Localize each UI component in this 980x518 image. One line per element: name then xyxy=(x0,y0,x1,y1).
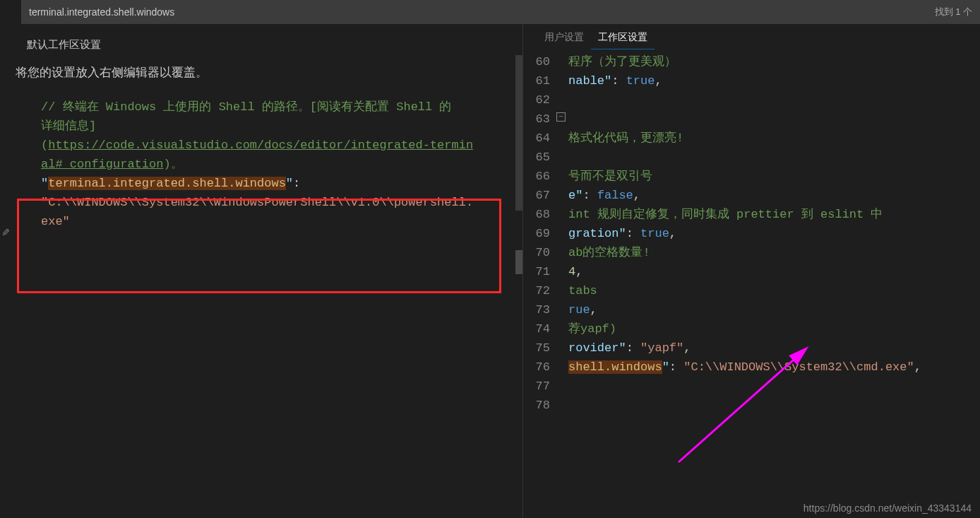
code-row: 75rovider": "yapf", xyxy=(523,339,980,358)
line-number: 67 xyxy=(523,186,568,205)
comment-fragment: 格式化代码，更漂亮! xyxy=(568,131,683,145)
code-row: 77 xyxy=(523,377,980,396)
docs-url-link[interactable]: https://code.visualstudio.com/docs/edito… xyxy=(48,139,473,152)
line-number: 72 xyxy=(523,281,568,300)
docs-url-link[interactable]: al#_configuration xyxy=(41,158,163,171)
code-content: 程序（为了更美观） xyxy=(568,52,980,71)
comment-fragment: 荐yapf) xyxy=(568,322,616,336)
code-row: 62 xyxy=(523,90,980,110)
line-number: 62 xyxy=(523,90,568,110)
code-row: 70ab的空格数量! xyxy=(523,243,980,262)
line-number: 65 xyxy=(523,148,568,167)
comment-fragment: tabs xyxy=(568,284,597,298)
comment-fragment: 程序（为了更美观） xyxy=(568,55,676,69)
setting-key-line: "terminal.integrated.shell.windows": xyxy=(41,174,515,193)
key-fragment: rovider" xyxy=(568,341,626,355)
comment-fragment: ab的空格数量! xyxy=(568,246,650,259)
bool-fragment: true xyxy=(640,227,669,240)
code-content: int 规则自定修复，同时集成 prettier 到 eslint 中 xyxy=(568,205,980,224)
line-number: 74 xyxy=(523,319,568,339)
string-fragment: "yapf" xyxy=(640,341,683,355)
split-container: 默认工作区设置 将您的设置放入右侧编辑器以覆盖。 // 终端在 Windows … xyxy=(0,24,980,518)
code-row: 72tabs xyxy=(523,281,980,300)
watermark-text: https://blog.csdn.net/weixin_43343144 xyxy=(803,502,972,514)
code-row: 67e": false, xyxy=(523,186,980,205)
left-code-area[interactable]: // 终端在 Windows 上使用的 Shell 的路径。[阅读有关配置 Sh… xyxy=(0,81,522,238)
line-number: 71 xyxy=(523,262,568,281)
string-fragment: "C:\\WINDOWS\\System32\\cmd.exe" xyxy=(683,360,914,374)
code-row: 76shell.windows": "C:\\WINDOWS\\System32… xyxy=(523,358,980,377)
comment-line: // 终端在 Windows 上使用的 Shell 的路径。[阅读有关配置 Sh… xyxy=(41,98,515,117)
left-scrollbar-thumb[interactable] xyxy=(515,250,522,274)
right-code-area[interactable]: 60程序（为了更美观）61nable": true,6263−64格式化代码，更… xyxy=(523,49,980,415)
key-fragment: e" xyxy=(568,189,582,202)
line-number: 70 xyxy=(523,243,568,262)
code-content: ab的空格数量! xyxy=(568,243,980,262)
line-number: 75 xyxy=(523,339,568,358)
search-input[interactable] xyxy=(29,6,928,18)
comment-fragment: 中 xyxy=(864,208,883,221)
comment-url-line: (https://code.visualstudio.com/docs/edit… xyxy=(41,136,515,155)
code-row: 65 xyxy=(523,148,980,167)
key-fragment: " xyxy=(662,360,669,374)
code-content: tabs xyxy=(568,281,980,300)
comment-fragment: int 规则自定修复，同时集成 xyxy=(568,208,736,221)
code-row: 61nable": true, xyxy=(523,71,980,90)
default-settings-pane: 默认工作区设置 将您的设置放入右侧编辑器以覆盖。 // 终端在 Windows … xyxy=(0,24,522,518)
tab-workspace-settings[interactable]: 工作区设置 xyxy=(591,24,655,49)
line-number: 63− xyxy=(523,110,568,129)
code-row: 69gration": true, xyxy=(523,224,980,243)
code-row: 63− xyxy=(523,110,980,129)
user-settings-pane: 用户设置 工作区设置 60程序（为了更美观）61nable": true,626… xyxy=(522,24,980,518)
tab-user-settings[interactable]: 用户设置 xyxy=(537,24,591,49)
line-number: 77 xyxy=(523,377,568,396)
line-number: 78 xyxy=(523,396,568,415)
comment-line: 详细信息] xyxy=(41,117,515,136)
number-fragment: 4 xyxy=(568,265,575,278)
code-content xyxy=(568,148,980,167)
code-content: 荐yapf) xyxy=(568,319,980,339)
bool-fragment: false xyxy=(597,189,633,202)
code-content: 格式化代码，更漂亮! xyxy=(568,129,980,148)
code-content: nable": true, xyxy=(568,71,980,90)
code-content xyxy=(568,377,980,396)
code-content: 4, xyxy=(568,262,980,281)
search-result-count: 找到 1 个 xyxy=(928,6,972,18)
code-content: gration": true, xyxy=(568,224,980,243)
line-number: 61 xyxy=(523,71,568,90)
comment-url-line: al#_configuration)。 xyxy=(41,155,515,174)
key-fragment: gration" xyxy=(568,227,626,240)
bool-fragment: true xyxy=(626,74,655,88)
fold-minus-icon[interactable]: − xyxy=(556,112,566,122)
code-content: rovider": "yapf", xyxy=(568,339,980,358)
bool-fragment: rue xyxy=(568,303,590,317)
code-row: 78 xyxy=(523,396,980,415)
code-content: rue, xyxy=(568,300,980,319)
left-pane-header: 默认工作区设置 xyxy=(0,24,522,52)
search-match-highlight: terminal.integrated.shell.windows xyxy=(48,177,286,190)
code-row: 60程序（为了更美观） xyxy=(523,52,980,71)
line-number: 68 xyxy=(523,205,568,224)
code-content: shell.windows": "C:\\WINDOWS\\System32\\… xyxy=(568,358,980,377)
edit-pencil-icon[interactable]: ✎ xyxy=(1,227,10,238)
code-row: 68int 规则自定修复，同时集成 prettier 到 eslint 中 xyxy=(523,205,980,224)
line-number: 69 xyxy=(523,224,568,243)
search-match-highlight: shell.windows xyxy=(568,360,662,374)
line-number: 73 xyxy=(523,300,568,319)
code-row: 64格式化代码，更漂亮! xyxy=(523,129,980,148)
line-number: 64 xyxy=(523,129,568,148)
left-pane-subtitle: 将您的设置放入右侧编辑器以覆盖。 xyxy=(0,52,522,81)
line-number: 66 xyxy=(523,167,568,186)
comment-fragment: 号而不是双引号 xyxy=(568,170,652,183)
code-content xyxy=(568,110,980,129)
line-number: 60 xyxy=(523,52,568,71)
code-row: 73rue, xyxy=(523,300,980,319)
setting-value-line: "C:\\WINDOWS\\System32\\WindowsPowerShel… xyxy=(41,193,515,212)
code-content: 号而不是双引号 xyxy=(568,167,980,186)
code-row: 74荐yapf) xyxy=(523,319,980,339)
comment-fragment: eslint xyxy=(820,208,864,221)
code-content xyxy=(568,90,980,110)
code-row: 66号而不是双引号 xyxy=(523,167,980,186)
key-fragment: nable" xyxy=(568,74,611,88)
line-number: 76 xyxy=(523,358,568,377)
